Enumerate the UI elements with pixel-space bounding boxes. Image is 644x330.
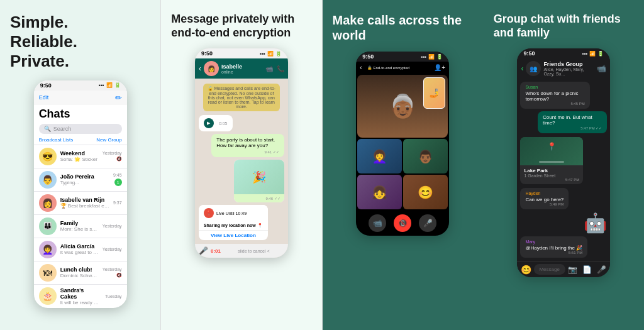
compose-button[interactable]: ✏: [115, 93, 122, 102]
time: 9:50: [201, 50, 213, 57]
chat-time: Tuesday: [105, 294, 122, 299]
message-body: 🔒 Messages and calls are end-to-end encr…: [195, 79, 288, 244]
map-road: [539, 161, 564, 163]
status-icons: ▪▪▪ 📶 🔋: [260, 51, 282, 57]
participant-cell: 👧: [357, 175, 402, 209]
encryption-notice[interactable]: 🔒 Messages and calls are end-to-end encr…: [203, 84, 280, 111]
status-bar: 9:50 ▪▪▪ 📶 🔋: [356, 52, 449, 62]
audio-message[interactable]: ▶ 0:05: [199, 115, 233, 131]
chats-title: Chats: [34, 105, 127, 123]
participant-cell: 👩‍🦱: [357, 139, 402, 173]
message-input[interactable]: Message: [534, 264, 565, 275]
back-button[interactable]: ‹: [521, 64, 523, 73]
group-name: Friends Group: [543, 61, 594, 67]
battery-icon: 🔋: [436, 54, 443, 60]
microphone-button[interactable]: 🎤: [419, 214, 436, 232]
signal-icon: ▪▪▪: [582, 51, 588, 57]
location-bubble[interactable]: 📍 Live Until 10:49 Sharing my location n…: [199, 205, 268, 240]
status-bar: 9:50 ▪▪▪ 📶 🔋: [34, 80, 127, 91]
incoming-bubble: Hayden Can we go here? 5:49 PM: [520, 188, 569, 209]
call-controls: 📹 📵 🎤: [356, 211, 449, 236]
search-icon: 🔍: [44, 126, 51, 132]
chat-item[interactable]: 👪 Family Mom: She is so cute 😍 Yesterday: [34, 214, 127, 238]
chat-item[interactable]: 😎 Weekend Sofia: 🌟 Sticker Yesterday 🔇: [34, 145, 127, 168]
microphone-icon[interactable]: 🎤: [597, 265, 606, 274]
chats-phone-mockup: 9:50 ▪▪▪ 📶 🔋 Edit ✏ Chats 🔍 Search Broad…: [34, 80, 127, 308]
chat-item[interactable]: 👩 Isabelle van Rijn 🏆 Best breakfast eve…: [34, 191, 127, 214]
search-bar[interactable]: 🔍 Search: [39, 124, 122, 134]
emoji-icon[interactable]: 😊: [521, 265, 531, 275]
chat-name: Weekend: [60, 150, 99, 157]
chat-name: Isabelle van Rijn: [60, 197, 109, 203]
messaging-phone-mockup: 9:50 ▪▪▪ 📶 🔋 ‹ 👩 Isabelle online 📹 📞 🔒 M…: [195, 48, 288, 258]
photo-icon[interactable]: 📷: [568, 265, 577, 274]
back-button[interactable]: ‹: [360, 64, 362, 71]
lock-icon: 🔒: [367, 65, 372, 70]
outgoing-text-bubble: The party is about to start. How far awa…: [211, 134, 284, 157]
self-view-thumbnail: 🤳: [423, 77, 445, 109]
chat-time: 9:37: [113, 201, 122, 205]
chat-info: Weekend Sofia: 🌟 Sticker: [60, 150, 99, 162]
panel-2-headline: Message privately with end-to-end encryp…: [171, 13, 311, 40]
group-chat-phone-mockup: 9:50 ▪▪▪ 📶 🔋 ‹ 👥 Friends Group Alice, Ha…: [517, 48, 610, 277]
avatar: 👩‍🦱: [39, 241, 57, 258]
location-card[interactable]: 📍 Lake Park 1 Garden Street 5:47 PM: [520, 137, 583, 184]
voice-call-icon[interactable]: 📞: [277, 65, 284, 72]
status-bar: 9:50 ▪▪▪ 📶 🔋: [517, 48, 610, 58]
image-bubble[interactable]: 🎉 9:46 ✓✓: [234, 160, 284, 202]
back-button[interactable]: ‹: [199, 64, 201, 73]
bubble-time: 9:41 ✓✓: [216, 150, 279, 154]
microphone-icon[interactable]: 🎤: [199, 246, 208, 255]
bubble-text: The party is about to start. How far awa…: [216, 137, 279, 148]
group-chat-footer: 😊 Message 📷 📄 🎤: [517, 261, 610, 277]
slide-to-cancel: slide to cancel <: [223, 249, 284, 253]
video-call-icon[interactable]: 📹: [597, 64, 606, 73]
panel-4-headline: Group chat with friends and family: [494, 13, 634, 40]
self-avatar: 🤳: [429, 88, 440, 98]
end-call-button[interactable]: 📵: [394, 214, 411, 232]
video-call-icon[interactable]: 📹: [265, 65, 273, 72]
contact-info: Isabelle online: [221, 63, 263, 74]
chat-preview: It will be ready on Thursday!: [60, 300, 101, 305]
new-group-link[interactable]: New Group: [96, 137, 121, 143]
call-header: ‹ 🔒 End-to-end encrypted 👤+: [356, 62, 449, 74]
chat-time: Yesterday: [103, 224, 122, 228]
camera-button[interactable]: 📹: [369, 214, 386, 232]
chat-item[interactable]: 👨 João Pereira Typing... 9:45 1: [34, 168, 127, 191]
view-live-location-link[interactable]: View Live Location: [199, 230, 268, 240]
status-icons: ▪▪▪ 📶 🔋: [582, 51, 604, 57]
chat-item[interactable]: 🍽 Lunch club! Dominic Schwarz: 🎬 GIF Yes…: [34, 261, 127, 284]
sender-name: Susan: [525, 85, 584, 89]
battery-icon: 🔋: [275, 51, 282, 57]
message-time: 5:47 PM: [524, 178, 579, 182]
chat-meta: 9:45 1: [113, 173, 122, 186]
chat-info: Isabelle van Rijn 🏆 Best breakfast ever: [60, 197, 109, 209]
signal-icon: ▪▪▪: [99, 82, 104, 88]
battery-icon: 🔋: [597, 51, 604, 57]
participant-cell: 😊: [403, 175, 448, 209]
play-button[interactable]: ▶: [204, 118, 214, 128]
chat-info: Sandra's Cakes It will be ready on Thurs…: [60, 287, 101, 305]
chat-name: Sandra's Cakes: [60, 287, 101, 300]
contact-avatar: 👩: [204, 61, 219, 76]
edit-button[interactable]: Edit: [39, 94, 49, 101]
message-text: @Hayden I'll bring the 🎉: [525, 245, 582, 251]
chat-item[interactable]: 🎂 Sandra's Cakes It will be ready on Thu…: [34, 284, 127, 308]
message-time: 5:49 PM: [525, 202, 564, 206]
document-icon[interactable]: 📄: [582, 265, 592, 274]
participant-avatar: 😊: [418, 185, 433, 200]
sender-name: Mary: [525, 239, 582, 244]
chat-info: Family Mom: She is so cute 😍: [60, 220, 99, 232]
chat-time: Yesterday: [103, 247, 122, 251]
chat-time: Yesterday: [103, 267, 122, 272]
wifi-icon: 📶: [267, 51, 274, 57]
broadcast-lists-link[interactable]: Broadcast Lists: [39, 137, 74, 143]
outgoing-bubble: Count me in. But what time? 5:47 PM ✓✓: [538, 111, 607, 133]
chat-item[interactable]: 👩‍🦱 Alicia García It was great to see yo…: [34, 238, 127, 261]
main-participant-avatar: 👵🏾: [389, 93, 417, 119]
search-placeholder: Search: [53, 126, 72, 132]
participant-icon[interactable]: 👤+: [434, 64, 445, 71]
video-grid-container: 👵🏾 🤳 👩‍🦱 👨🏾 👧 😊: [357, 75, 448, 209]
wifi-icon: 📶: [589, 51, 596, 57]
map-pin-icon: 📍: [547, 142, 557, 151]
